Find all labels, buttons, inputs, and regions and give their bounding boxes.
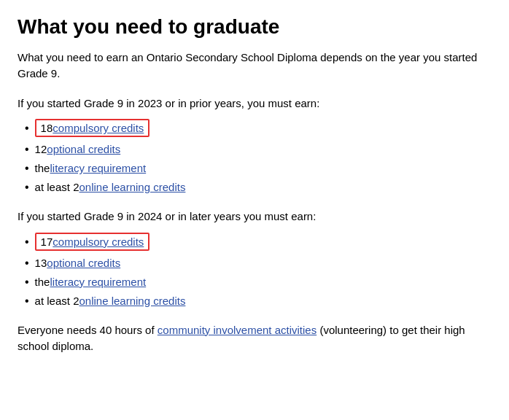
page-title: What you need to graduate: [18, 15, 491, 39]
list-item-optional-2024: 13 optional credits: [18, 257, 491, 270]
online-2024-prefix: at least 2: [35, 295, 79, 307]
online-2023-prefix: at least 2: [35, 181, 79, 193]
highlighted-compulsory-2024: 17 compulsory credits: [35, 233, 150, 251]
optional-2024-link[interactable]: optional credits: [47, 257, 120, 269]
literacy-2024-prefix: the: [35, 276, 50, 288]
list-item-compulsory-2024: 17 compulsory credits: [18, 233, 491, 251]
list-item-literacy-2023: the literacy requirement: [18, 162, 491, 175]
list-item-literacy-2024: the literacy requirement: [18, 276, 491, 289]
list-item-online-2024: at least 2 online learning credits: [18, 295, 491, 308]
optional-2023-prefix: 12: [35, 143, 47, 155]
online-2024-link[interactable]: online learning credits: [79, 295, 185, 307]
section-2024: If you started Grade 9 in 2024 or in lat…: [18, 209, 491, 308]
list-item-online-2023: at least 2 online learning credits: [18, 181, 491, 194]
list-item-compulsory-2023: 18 compulsory credits: [18, 119, 491, 137]
section-2023-list: 18 compulsory credits 12 optional credit…: [18, 119, 491, 194]
compulsory-2024-link[interactable]: compulsory credits: [53, 236, 144, 248]
compulsory-2023-prefix: 18: [41, 122, 53, 134]
section-2023-heading: If you started Grade 9 in 2023 or in pri…: [18, 96, 491, 112]
section-2024-list: 17 compulsory credits 13 optional credit…: [18, 233, 491, 308]
list-item-optional-2023: 12 optional credits: [18, 143, 491, 156]
optional-2024-prefix: 13: [35, 257, 47, 269]
footer-text-before: Everyone needs 40 hours of: [18, 324, 158, 336]
community-involvement-link[interactable]: community involvement activities: [158, 324, 316, 336]
section-2023: If you started Grade 9 in 2023 or in pri…: [18, 96, 491, 195]
section-2024-heading: If you started Grade 9 in 2024 or in lat…: [18, 209, 491, 225]
intro-paragraph: What you need to earn an Ontario Seconda…: [18, 50, 491, 82]
literacy-2023-prefix: the: [35, 162, 50, 174]
footer-paragraph: Everyone needs 40 hours of community inv…: [18, 322, 491, 355]
online-2023-link[interactable]: online learning credits: [79, 181, 185, 193]
highlighted-compulsory-2023: 18 compulsory credits: [35, 119, 150, 137]
literacy-2023-link[interactable]: literacy requirement: [50, 162, 146, 174]
literacy-2024-link[interactable]: literacy requirement: [50, 276, 146, 288]
compulsory-2023-link[interactable]: compulsory credits: [53, 122, 144, 134]
optional-2023-link[interactable]: optional credits: [47, 143, 120, 155]
compulsory-2024-prefix: 17: [41, 236, 53, 248]
